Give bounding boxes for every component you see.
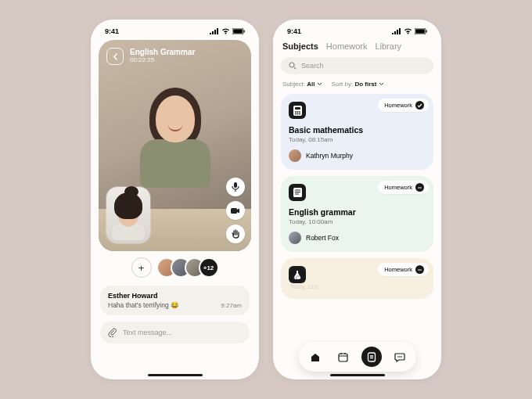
subject-title: English grammar [289, 207, 426, 217]
back-button[interactable] [106, 48, 124, 65]
tab-subjects[interactable]: Subjects [282, 41, 318, 51]
filters-row: Subject: All Sort by: Do first [281, 81, 433, 94]
home-indicator [330, 374, 385, 376]
homework-pill[interactable]: Homework [378, 263, 429, 276]
call-title: English Grammar [130, 48, 195, 56]
subject-title: Basic mathematics [289, 125, 426, 135]
homework-pill[interactable]: Homework [378, 181, 429, 194]
svg-point-11 [295, 111, 297, 113]
camera-icon [231, 207, 240, 214]
attachment-icon[interactable] [108, 328, 117, 337]
svg-point-14 [295, 113, 297, 114]
calculator-icon [289, 102, 306, 119]
svg-point-15 [297, 113, 298, 114]
sort-filter[interactable]: Sort by: Do first [332, 81, 384, 88]
calendar-icon [338, 352, 348, 362]
search-icon [289, 62, 297, 70]
mic-icon [232, 182, 239, 192]
nav-chat[interactable] [390, 347, 410, 367]
self-video-thumbnail[interactable] [106, 187, 150, 243]
subject-card[interactable]: Homework English grammar Today, 10:00am … [281, 176, 433, 252]
signal-icon [392, 28, 401, 34]
svg-rect-4 [231, 208, 237, 214]
svg-rect-20 [339, 354, 347, 361]
status-icons [392, 28, 427, 34]
svg-point-23 [399, 356, 401, 358]
chevron-down-icon [317, 82, 322, 86]
svg-rect-6 [415, 29, 425, 34]
status-icons [210, 28, 245, 34]
add-participant-button[interactable]: + [131, 257, 152, 278]
camera-button[interactable] [226, 201, 245, 220]
wifi-icon [221, 28, 230, 34]
hand-icon [232, 229, 240, 239]
battery-icon [232, 28, 245, 34]
battery-icon [415, 28, 427, 34]
status-time: 9:41 [105, 27, 119, 35]
search-input[interactable]: Search [281, 57, 433, 74]
svg-point-16 [299, 113, 300, 114]
tab-library[interactable]: Library [375, 41, 401, 51]
svg-rect-10 [295, 107, 300, 110]
svg-rect-19 [418, 269, 422, 270]
teacher-avatar [289, 149, 301, 162]
svg-rect-2 [244, 31, 245, 33]
minus-icon [415, 265, 424, 274]
home-icon [310, 352, 321, 362]
composer-placeholder: Text message... [123, 329, 242, 336]
bottom-nav [299, 342, 416, 372]
nav-calendar[interactable] [333, 347, 354, 367]
teacher-avatar [289, 232, 301, 244]
svg-point-13 [299, 111, 300, 113]
teacher-name: Robert Fox [306, 234, 339, 242]
chat-sender-name: Esther Howard [108, 292, 242, 300]
subject-time: Today, 08:15am [289, 136, 426, 143]
search-placeholder: Search [301, 62, 324, 70]
home-indicator [148, 374, 203, 376]
svg-rect-18 [418, 187, 422, 188]
status-bar: 9:41 [99, 27, 251, 40]
svg-point-22 [397, 356, 399, 358]
chat-message-text: Haha that's terrifying 😂 [108, 301, 179, 309]
subject-time: Today, 10:00am [289, 218, 426, 225]
document-icon [367, 352, 376, 362]
tabs: Subjects Homework Library [281, 40, 433, 57]
chat-message-card[interactable]: Esther Howard Haha that's terrifying 😂 9… [100, 286, 250, 315]
svg-point-8 [289, 63, 294, 67]
phone-subjects-screen: 9:41 Subjects Homework Library Search Su… [273, 20, 441, 379]
subject-filter[interactable]: Subject: All [282, 81, 322, 88]
teacher-row: Kathryn Murphy [289, 149, 426, 162]
tab-homework[interactable]: Homework [326, 41, 368, 51]
subject-card[interactable]: Homework Sci Today, 12:0 [281, 258, 433, 299]
minus-icon [415, 183, 424, 192]
book-icon [289, 184, 306, 201]
video-call-card: English Grammar 00:22:25 [99, 40, 251, 251]
teacher-name: Kathryn Murphy [306, 152, 353, 160]
nav-home[interactable] [305, 347, 325, 367]
chevron-left-icon [113, 53, 118, 60]
homework-pill[interactable]: Homework [378, 99, 429, 112]
more-participants-count[interactable]: +12 [199, 257, 219, 278]
svg-rect-21 [368, 353, 375, 361]
chat-message-time: 9:27am [221, 302, 242, 309]
teacher-row: Robert Fox [289, 232, 426, 244]
svg-point-24 [401, 356, 402, 358]
mute-button[interactable] [226, 178, 245, 196]
wifi-icon [404, 28, 412, 34]
subject-card[interactable]: Homework Basic mathematics Today, 08:15a… [281, 94, 433, 170]
svg-rect-1 [233, 29, 243, 34]
raise-hand-button[interactable] [226, 225, 245, 243]
remote-video [140, 95, 210, 188]
check-icon [415, 101, 424, 110]
nav-notes[interactable] [361, 347, 382, 367]
status-time: 9:41 [287, 27, 301, 35]
subject-time-partial: Today, 12:0 [290, 284, 318, 289]
phone-call-screen: 9:41 English Grammar 00:22:25 [91, 20, 259, 379]
svg-rect-3 [234, 182, 237, 188]
chat-icon [394, 352, 405, 362]
chevron-down-icon [379, 82, 384, 86]
message-composer[interactable]: Text message... [100, 322, 250, 343]
call-header-text: English Grammar 00:22:25 [130, 48, 195, 63]
call-controls [226, 178, 245, 243]
signal-icon [210, 28, 219, 34]
